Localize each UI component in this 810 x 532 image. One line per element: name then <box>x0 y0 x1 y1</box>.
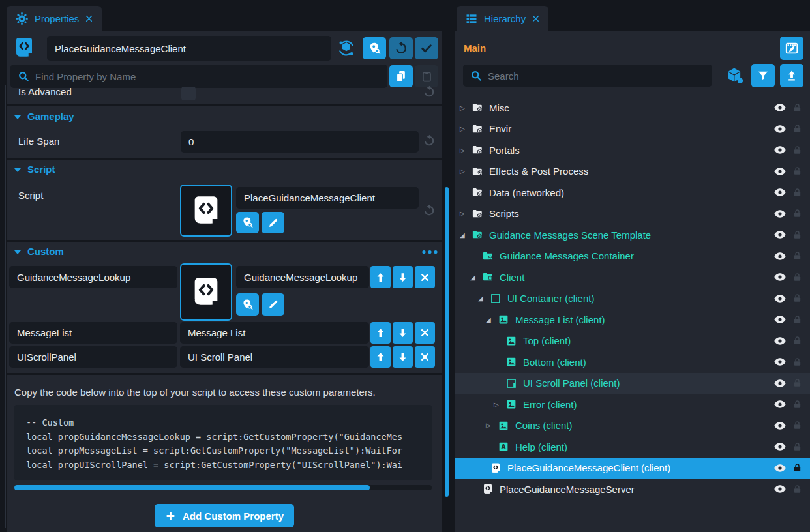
lock-icon[interactable] <box>792 188 802 198</box>
expand-arrow-icon[interactable] <box>460 147 470 154</box>
visibility-eye-icon[interactable] <box>773 101 787 114</box>
visibility-eye-icon[interactable] <box>773 398 787 411</box>
lock-icon[interactable] <box>792 166 802 176</box>
filter-button[interactable] <box>751 64 775 87</box>
visibility-eye-icon[interactable] <box>773 165 787 178</box>
lock-icon[interactable] <box>792 293 802 303</box>
visibility-eye-icon[interactable] <box>773 143 787 156</box>
move-down-button[interactable] <box>393 322 413 344</box>
move-up-button[interactable] <box>370 322 391 344</box>
is-advanced-checkbox[interactable] <box>181 87 196 100</box>
visibility-eye-icon[interactable] <box>773 271 787 284</box>
expand-arrow-icon[interactable] <box>460 125 470 132</box>
hierarchy-search-input[interactable] <box>463 65 712 87</box>
custom-prop-value-field[interactable] <box>236 266 369 288</box>
tree-item-message-list[interactable]: Message List (client) <box>455 309 810 331</box>
visibility-eye-icon[interactable] <box>773 419 787 432</box>
visibility-eye-icon[interactable] <box>773 207 787 220</box>
find-property-input[interactable] <box>10 65 387 88</box>
visibility-eye-icon[interactable] <box>773 228 787 241</box>
tree-item-envir[interactable]: Envir <box>455 119 810 140</box>
move-down-button[interactable] <box>393 346 413 368</box>
confirm-button[interactable] <box>415 37 438 59</box>
tree-item-error[interactable]: Error (client) <box>455 394 810 415</box>
visibility-eye-icon[interactable] <box>773 355 787 368</box>
lock-icon[interactable] <box>792 336 802 346</box>
horizontal-scrollbar-thumb[interactable] <box>14 485 370 490</box>
remove-button[interactable] <box>415 266 435 288</box>
tree-item-client[interactable]: Client <box>455 267 810 288</box>
copy-properties-button[interactable] <box>389 65 413 87</box>
visibility-eye-icon[interactable] <box>773 292 787 305</box>
lock-icon[interactable] <box>792 315 802 325</box>
script-asset-slot[interactable] <box>180 185 232 237</box>
expand-arrow-icon[interactable] <box>460 104 470 111</box>
tree-item-data-networked[interactable]: Data (networked) <box>455 182 810 203</box>
find-in-scene-button[interactable] <box>363 37 386 59</box>
paste-properties-button[interactable] <box>415 65 438 87</box>
lock-icon[interactable] <box>792 103 802 113</box>
move-up-button[interactable] <box>370 346 391 368</box>
find-in-scene-button[interactable] <box>236 212 259 233</box>
custom-prop-value-field[interactable] <box>180 346 369 368</box>
tree-item-ui-container[interactable]: UI Container (client) <box>455 288 810 310</box>
scene-preview-button[interactable] <box>780 37 803 60</box>
visibility-eye-icon[interactable] <box>773 440 787 453</box>
object-name-input[interactable] <box>47 36 331 61</box>
script-value-field[interactable] <box>236 187 419 209</box>
close-icon[interactable] <box>85 14 93 23</box>
tree-item-help[interactable]: AHelp (client) <box>455 436 810 458</box>
lock-icon[interactable] <box>792 442 802 452</box>
lock-icon[interactable] <box>792 378 802 388</box>
expand-arrow-icon[interactable] <box>470 274 481 281</box>
remove-button[interactable] <box>415 322 435 344</box>
code-snippet[interactable]: -- Customlocal propGuidanceMessageLookup… <box>14 405 432 480</box>
reset-button[interactable] <box>389 37 413 59</box>
tree-item-misc[interactable]: Misc <box>455 97 810 119</box>
lock-icon[interactable] <box>792 421 802 430</box>
lock-icon[interactable] <box>792 484 802 494</box>
visibility-eye-icon[interactable] <box>773 377 787 390</box>
add-custom-property-button[interactable]: Add Custom Property <box>155 504 294 527</box>
expand-arrow-icon[interactable] <box>460 168 470 175</box>
custom-prop-name-input[interactable] <box>9 322 177 344</box>
tree-item-guidance-messages-container[interactable]: Guidance Messages Container <box>455 246 810 267</box>
tab-hierarchy[interactable]: Hierarchy <box>457 6 548 31</box>
visibility-eye-icon[interactable] <box>773 250 787 263</box>
cube-dot-icon[interactable] <box>725 66 745 85</box>
tree-item-ui-scroll-panel[interactable]: UI Scroll Panel (client) <box>455 373 810 394</box>
tree-item-top[interactable]: Top (client) <box>455 331 810 352</box>
visibility-eye-icon[interactable] <box>773 123 787 136</box>
custom-asset-slot[interactable] <box>180 263 232 321</box>
expand-arrow-icon[interactable] <box>486 422 496 429</box>
section-script[interactable]: Script <box>7 164 55 175</box>
lock-icon[interactable] <box>792 400 802 409</box>
visibility-eye-icon[interactable] <box>773 482 787 495</box>
tree-item-place-guidance-message-server[interactable]: PlaceGuidanceMessageServer <box>455 479 810 500</box>
expand-arrow-icon[interactable] <box>486 316 496 323</box>
tree-item-scripts[interactable]: Scripts <box>455 203 810 225</box>
lock-icon[interactable] <box>792 145 802 155</box>
lock-icon[interactable] <box>792 209 802 218</box>
edit-script-button[interactable] <box>262 212 284 233</box>
visibility-eye-icon[interactable] <box>773 186 787 199</box>
custom-prop-name-input[interactable] <box>9 346 177 368</box>
lock-icon[interactable] <box>792 357 802 367</box>
tree-item-portals[interactable]: Portals <box>455 140 810 161</box>
remove-button[interactable] <box>415 346 435 368</box>
close-icon[interactable] <box>532 14 540 23</box>
undo-icon[interactable] <box>423 134 436 147</box>
visibility-eye-icon[interactable] <box>773 334 787 347</box>
tree-item-place-guidance-message-client[interactable]: PlaceGuidanceMessageClient (client) <box>455 458 810 479</box>
tree-item-bottom[interactable]: Bottom (client) <box>455 351 810 373</box>
more-options-icon[interactable] <box>421 248 438 256</box>
expand-arrow-icon[interactable] <box>494 401 504 408</box>
lock-icon[interactable] <box>792 463 802 473</box>
section-gameplay[interactable]: Gameplay <box>7 111 74 122</box>
section-custom[interactable]: Custom <box>7 246 64 257</box>
export-button[interactable] <box>780 64 803 87</box>
edit-button[interactable] <box>262 293 284 316</box>
lock-icon[interactable] <box>792 230 802 240</box>
tree-item-effects-post-process[interactable]: Effects & Post Process <box>455 161 810 183</box>
undo-icon[interactable] <box>423 204 436 217</box>
